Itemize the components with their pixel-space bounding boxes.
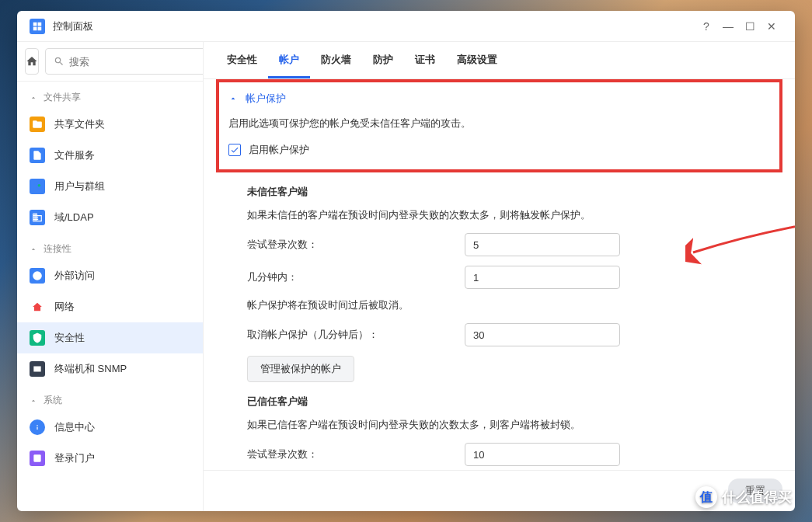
trusted-desc: 如果已信任客户端在预设时间内登录失败的次数太多，则客户端将被封锁。 xyxy=(247,418,782,432)
sidebar-item-info-center[interactable]: 信息中心 xyxy=(17,412,203,443)
trusted-attempts-label: 尝试登录次数： xyxy=(247,447,465,461)
content-area: 帐户保护 启用此选项可保护您的帐户免受未信任客户端的攻击。 启用帐户保护 xyxy=(204,79,795,470)
enable-protection-checkbox[interactable] xyxy=(228,144,241,156)
tab-advanced[interactable]: 高级设置 xyxy=(446,42,508,78)
chevron-up-icon xyxy=(30,397,37,405)
folder-icon xyxy=(30,117,45,132)
untrusted-title: 未信任客户端 xyxy=(247,185,782,199)
untrusted-cancel-input[interactable] xyxy=(465,323,620,346)
untrusted-section: 未信任客户端 如果未信任的客户端在预设时间内登录失败的次数太多，则将触发帐户保护… xyxy=(216,172,782,470)
svg-rect-0 xyxy=(33,22,37,26)
checkbox-label: 启用帐户保护 xyxy=(249,143,309,157)
untrusted-cancel-label: 取消帐户保护（几分钟后）： xyxy=(247,328,465,342)
svg-rect-3 xyxy=(38,26,42,30)
manage-protected-accounts-button[interactable]: 管理被保护的帐户 xyxy=(247,356,354,382)
untrusted-minutes-input[interactable] xyxy=(465,266,620,289)
sidebar-item-security[interactable]: 安全性 xyxy=(17,322,203,353)
tab-security[interactable]: 安全性 xyxy=(216,42,268,78)
chevron-up-icon xyxy=(30,94,37,102)
login-icon xyxy=(30,451,45,466)
section-file-sharing[interactable]: 文件共享 xyxy=(17,82,203,109)
untrusted-minutes-label: 几分钟内： xyxy=(247,270,465,284)
network-icon xyxy=(30,299,45,315)
close-button[interactable]: ✕ xyxy=(761,16,782,37)
control-panel-window: 控制面板 ? — ☐ ✕ 文件共享 共享文件夹 xyxy=(17,11,795,511)
trusted-attempts-input[interactable] xyxy=(465,443,620,466)
window-body: 文件共享 共享文件夹 文件服务 用户与群组 域/LDAP 连接性 xyxy=(17,42,795,511)
untrusted-desc: 如果未信任的客户端在预设时间内登录失败的次数太多，则将触发帐户保护。 xyxy=(247,208,782,222)
check-icon xyxy=(230,145,239,155)
trusted-title: 已信任客户端 xyxy=(247,395,782,409)
protection-description: 启用此选项可保护您的帐户免受未信任客户端的攻击。 xyxy=(228,117,770,130)
reset-button[interactable]: 重置 xyxy=(728,478,782,503)
terminal-icon xyxy=(30,361,45,377)
sidebar-item-terminal-snmp[interactable]: 终端机和 SNMP xyxy=(17,353,203,385)
svg-point-6 xyxy=(33,271,42,280)
shield-icon xyxy=(30,330,45,346)
sidebar-item-network[interactable]: 网络 xyxy=(17,291,203,322)
section-system[interactable]: 系统 xyxy=(17,385,203,412)
window-title: 控制面板 xyxy=(53,19,695,33)
help-button[interactable]: ? xyxy=(695,16,717,37)
maximize-button[interactable]: ☐ xyxy=(739,16,761,37)
tab-account[interactable]: 帐户 xyxy=(268,42,310,78)
chevron-up-icon xyxy=(228,94,238,103)
app-icon xyxy=(30,19,45,34)
annotation-highlight: 帐户保护 启用此选项可保护您的帐户免受未信任客户端的攻击。 启用帐户保护 xyxy=(216,79,782,172)
file-icon xyxy=(30,148,45,163)
section-connectivity[interactable]: 连接性 xyxy=(17,233,203,260)
globe-icon xyxy=(30,268,45,284)
main-panel: 安全性 帐户 防火墙 防护 证书 高级设置 帐户保护 启用此选项可保护您的帐户免… xyxy=(204,42,795,511)
enable-protection-row: 启用帐户保护 xyxy=(228,143,770,157)
tabs: 安全性 帐户 防火墙 防护 证书 高级设置 xyxy=(204,42,795,79)
collapse-account-protection[interactable]: 帐户保护 xyxy=(228,92,770,106)
sidebar-item-file-services[interactable]: 文件服务 xyxy=(17,140,203,171)
search-box[interactable] xyxy=(45,48,204,75)
sidebar-item-external-access[interactable]: 外部访问 xyxy=(17,260,203,291)
sidebar-toolbar xyxy=(17,42,203,82)
tab-protection[interactable]: 防护 xyxy=(362,42,404,78)
svg-rect-2 xyxy=(33,26,37,30)
titlebar: 控制面板 ? — ☐ ✕ xyxy=(17,11,795,42)
tab-certificate[interactable]: 证书 xyxy=(404,42,446,78)
search-input[interactable] xyxy=(69,56,200,68)
untrusted-cancel-desc: 帐户保护将在预设时间过后被取消。 xyxy=(247,298,782,312)
sidebar-item-login-portal[interactable]: 登录门户 xyxy=(17,443,203,474)
home-button[interactable] xyxy=(25,48,39,75)
sidebar-item-shared-folder[interactable]: 共享文件夹 xyxy=(17,109,203,140)
minimize-button[interactable]: — xyxy=(717,16,739,37)
info-icon xyxy=(30,419,45,435)
svg-point-5 xyxy=(38,184,41,187)
chevron-up-icon xyxy=(30,245,37,253)
search-icon xyxy=(54,56,64,67)
untrusted-attempts-label: 尝试登录次数： xyxy=(247,238,465,252)
sidebar: 文件共享 共享文件夹 文件服务 用户与群组 域/LDAP 连接性 xyxy=(17,42,204,511)
svg-rect-7 xyxy=(33,454,40,461)
svg-point-4 xyxy=(34,183,38,186)
sidebar-item-users-groups[interactable]: 用户与群组 xyxy=(17,171,203,202)
domain-icon xyxy=(30,210,45,225)
sidebar-item-domain-ldap[interactable]: 域/LDAP xyxy=(17,202,203,233)
tab-firewall[interactable]: 防火墙 xyxy=(310,42,362,78)
untrusted-attempts-input[interactable] xyxy=(465,233,620,256)
svg-rect-1 xyxy=(38,22,42,26)
users-icon xyxy=(30,179,45,194)
footer: 重置 xyxy=(204,470,795,511)
